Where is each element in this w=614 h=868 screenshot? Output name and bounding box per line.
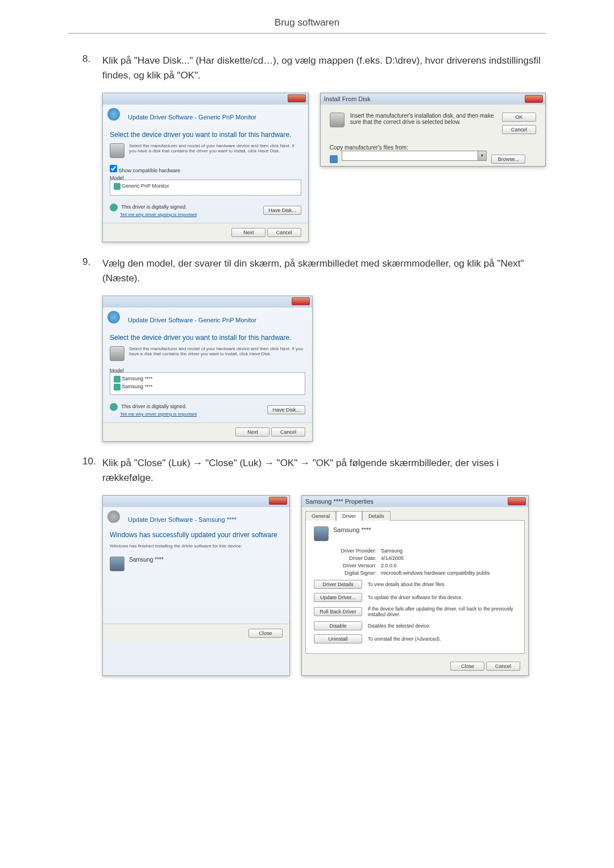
tab-details[interactable]: Details — [362, 511, 391, 521]
label: Digital Signer: — [330, 570, 381, 576]
step-number: 9. — [82, 256, 90, 268]
step-number: 10. — [82, 456, 96, 467]
step-number: 8. — [82, 53, 90, 65]
model-list[interactable]: Samsung **** Samsung **** — [110, 372, 305, 395]
floppy-icon — [110, 346, 125, 361]
tab-driver[interactable]: Driver — [336, 511, 362, 521]
close-icon[interactable] — [525, 95, 543, 103]
signed-text: This driver is digitally signed. — [121, 404, 186, 409]
desc: If the device fails after updating the d… — [368, 606, 516, 617]
browse-button[interactable]: Browse... — [491, 155, 525, 164]
floppy-icon — [110, 143, 125, 158]
close-icon[interactable] — [292, 297, 310, 305]
device-name: Samsung **** — [333, 526, 371, 533]
ok-button[interactable]: OK — [502, 113, 536, 122]
titlebar — [103, 296, 312, 308]
desc: To update the driver software for this d… — [368, 595, 516, 600]
page-title: Brug softwaren — [68, 17, 546, 34]
instruction-text: Select the manufacturer and model of you… — [129, 346, 305, 356]
titlebar: Install From Disk — [321, 93, 545, 105]
nav-title: Update Driver Software - Samsung **** — [128, 516, 283, 523]
section-title: Select the device driver you want to ins… — [110, 131, 301, 139]
cancel-button[interactable]: Cancel — [502, 125, 536, 134]
have-disk-button[interactable]: Have Disk... — [263, 206, 301, 215]
monitor-icon — [314, 526, 329, 541]
copy-label: Copy manufacturer's files from: — [330, 144, 536, 151]
update-driver-dialog-2: Update Driver Software - Generic PnP Mon… — [102, 296, 313, 442]
install-from-disk-dialog: Install From Disk OK Cancel Insert the m… — [320, 93, 546, 167]
sub-text: Windows has finished installing the driv… — [110, 543, 283, 549]
cancel-button[interactable]: Cancel — [486, 662, 520, 671]
update-driver-button[interactable]: Update Driver... — [314, 593, 362, 602]
back-icon — [107, 510, 120, 523]
back-icon[interactable] — [107, 108, 120, 121]
step-8: 8. Klik på "Have Disk..." (Har diskette/… — [102, 53, 546, 242]
signing-link[interactable]: Tell me why driver signing is important — [120, 412, 197, 417]
value: microsoft windows hardware compatibility… — [381, 570, 490, 576]
device-name: Samsung **** — [129, 556, 164, 563]
cancel-button[interactable]: Cancel — [267, 228, 301, 237]
monitor-icon — [114, 376, 121, 383]
step-9: 9. Vælg den model, der svarer til din sk… — [102, 256, 546, 442]
step-text: Vælg den model, der svarer til din skærm… — [102, 256, 546, 285]
signed-icon — [110, 203, 118, 211]
desc: To view details about the driver files. — [368, 582, 516, 587]
close-icon[interactable] — [288, 94, 306, 102]
desc: To uninstall the driver (Advanced). — [368, 636, 516, 642]
monitor-icon — [114, 384, 121, 391]
cancel-button[interactable]: Cancel — [271, 427, 305, 437]
update-driver-dialog-1: Update Driver Software - Generic PnP Mon… — [102, 93, 309, 242]
value: 2.0.0.0 — [381, 563, 397, 568]
section-title: Windows has successfully updated your dr… — [110, 531, 283, 539]
label: Driver Version: — [330, 563, 381, 568]
have-disk-button[interactable]: Have Disk... — [267, 405, 305, 414]
step-10: 10. Klik på "Close" (Luk) → "Close" (Luk… — [102, 456, 546, 676]
instruction-text: Insert the manufacturer's installation d… — [350, 113, 502, 125]
list-item[interactable]: Samsung **** — [113, 375, 302, 383]
titlebar: Samsung **** Properties — [302, 496, 528, 507]
close-icon[interactable] — [508, 497, 526, 505]
nav-title: Update Driver Software - Generic PnP Mon… — [128, 317, 305, 323]
signed-text: This driver is digitally signed. — [121, 204, 186, 210]
titlebar — [103, 496, 289, 507]
model-list[interactable]: Generic PnP Monitor — [110, 180, 301, 196]
monitor-icon — [114, 183, 121, 190]
close-button[interactable]: Close — [248, 629, 283, 638]
list-item[interactable]: Samsung **** — [113, 383, 302, 391]
label: Driver Date: — [330, 555, 381, 561]
device-properties-dialog: Samsung **** Properties General Driver D… — [301, 495, 529, 676]
tab-general[interactable]: General — [305, 511, 336, 521]
list-item[interactable]: Generic PnP Monitor — [113, 182, 298, 190]
nav-title: Update Driver Software - Generic PnP Mon… — [128, 114, 301, 121]
titlebar — [103, 93, 308, 105]
uninstall-button[interactable]: Uninstall — [314, 634, 362, 643]
checkbox-label: Show compatible hardware — [119, 168, 181, 173]
close-button[interactable]: Close — [450, 662, 484, 671]
desc: Disables the selected device. — [368, 623, 516, 629]
dialog-title: Samsung **** Properties — [305, 498, 374, 505]
signing-link[interactable]: Tell me why driver signing is important — [120, 212, 197, 217]
next-button[interactable]: Next — [235, 427, 269, 437]
step-text: Klik på "Close" (Luk) → "Close" (Luk) → … — [102, 456, 546, 485]
update-driver-success-dialog: Update Driver Software - Samsung **** Wi… — [102, 495, 290, 676]
step-text: Klik på "Have Disk..." (Har diskette/cd…… — [102, 53, 546, 82]
label: Driver Provider: — [330, 548, 381, 554]
close-icon[interactable] — [269, 497, 287, 505]
next-button[interactable]: Next — [231, 228, 265, 237]
disable-button[interactable]: Disable — [314, 621, 362, 630]
chevron-down-icon[interactable]: ▾ — [478, 151, 487, 161]
monitor-icon — [110, 556, 125, 571]
back-icon[interactable] — [107, 311, 120, 323]
signed-icon — [110, 403, 118, 411]
driver-details-button[interactable]: Driver Details — [314, 580, 362, 589]
section-title: Select the device driver you want to ins… — [110, 334, 305, 342]
value: 4/14/2005 — [381, 555, 404, 561]
floppy-icon — [330, 113, 345, 127]
instruction-text: Select the manufacturer and model of you… — [129, 143, 301, 153]
drive-icon — [330, 155, 338, 163]
path-combo[interactable] — [342, 151, 478, 161]
dialog-title: Install From Disk — [324, 95, 371, 102]
roll-back-driver-button[interactable]: Roll Back Driver — [314, 607, 362, 616]
show-compatible-checkbox[interactable]: Show compatible hardware — [110, 165, 301, 173]
value: Samsung — [381, 548, 403, 554]
